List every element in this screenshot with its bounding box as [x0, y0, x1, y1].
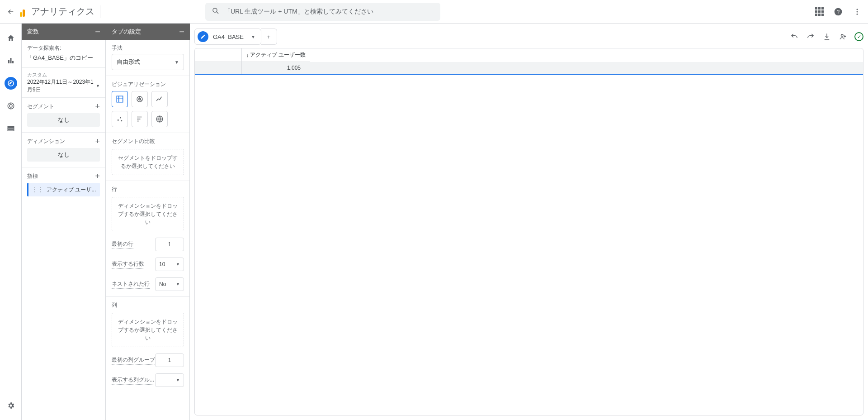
dimensions-label: ディメンション: [27, 138, 65, 145]
status-ok-icon: ✓: [854, 32, 863, 41]
nav-configure-icon[interactable]: [5, 122, 17, 135]
app-title: アナリティクス: [31, 5, 94, 18]
show-col-groups-select[interactable]: ▼: [155, 373, 184, 387]
divider: [100, 5, 100, 18]
nav-home-icon[interactable]: [5, 32, 17, 44]
segment-compare-dropzone[interactable]: セグメントをドロップするか選択してください: [112, 149, 184, 175]
svg-point-11: [9, 105, 12, 107]
viz-table-icon[interactable]: [112, 91, 128, 107]
tab-settings-title: タブの設定: [112, 28, 141, 36]
exploration-name-value[interactable]: 「GA4_BASE」のコピー: [27, 54, 100, 62]
variables-panel-header: 変数 −: [22, 24, 106, 40]
svg-point-22: [841, 34, 844, 37]
svg-rect-14: [8, 130, 14, 131]
segments-none: なし: [27, 113, 100, 127]
nav-reports-icon[interactable]: [5, 54, 17, 67]
svg-rect-15: [117, 96, 123, 102]
add-tab-button[interactable]: +: [261, 29, 277, 45]
technique-select[interactable]: 自由形式 ▼: [112, 54, 184, 70]
svg-rect-12: [8, 127, 14, 128]
search-placeholder: 「URL 生成ツール + UTM」と検索してみてください: [224, 8, 373, 16]
svg-point-18: [118, 119, 119, 121]
show-rows-label: 表示する行数: [112, 260, 144, 269]
chevron-down-icon: ▼: [176, 282, 180, 286]
first-row-input[interactable]: 1: [155, 238, 184, 251]
metrics-label: 指標: [27, 172, 38, 180]
segment-compare-label: セグメントの比較: [112, 138, 184, 145]
exploration-name-label: データ探索名:: [27, 44, 100, 52]
search-icon: [212, 7, 220, 16]
viz-geo-icon[interactable]: [151, 111, 168, 127]
first-row-label: 最初の行: [112, 240, 133, 249]
svg-rect-13: [8, 128, 14, 129]
help-icon[interactable]: ?: [833, 6, 844, 17]
svg-point-3: [857, 9, 858, 10]
collapse-tab-settings-icon[interactable]: −: [179, 27, 184, 36]
viz-bar-icon[interactable]: [132, 111, 148, 127]
table-column-header[interactable]: ↓ アクティブ ユーザー数: [242, 48, 310, 62]
nav-advertising-icon[interactable]: [5, 100, 17, 112]
back-arrow-icon[interactable]: [5, 6, 16, 17]
download-icon[interactable]: [822, 32, 832, 42]
svg-rect-8: [12, 61, 14, 63]
undo-icon[interactable]: [789, 32, 799, 42]
nav-rail: [0, 24, 22, 420]
edit-tab-icon: [198, 31, 208, 42]
viz-scatter-icon[interactable]: [112, 111, 128, 127]
data-table: ↓ アクティブ ユーザー数 1,005: [194, 48, 863, 415]
top-header: アナリティクス 「URL 生成ツール + UTM」と検索してみてください ?: [0, 0, 868, 24]
rows-dropzone[interactable]: ディメンションをドロップするか選択してください: [112, 197, 184, 231]
add-metric-button[interactable]: +: [95, 172, 100, 180]
drag-handle-icon: ⋮⋮: [32, 186, 44, 193]
variables-panel-title: 変数: [27, 28, 39, 36]
metric-chip-label: アクティブ ユーザ...: [47, 186, 96, 194]
nav-explore-icon[interactable]: [5, 77, 17, 90]
sort-desc-icon: ↓: [246, 52, 249, 58]
nested-rows-select[interactable]: No▼: [155, 277, 184, 291]
nav-admin-icon[interactable]: [5, 399, 17, 412]
share-icon[interactable]: [838, 32, 848, 42]
date-range-value: 2022年12月11日～2023年1月9日: [27, 78, 96, 94]
svg-point-4: [857, 11, 858, 12]
search-input[interactable]: 「URL 生成ツール + UTM」と検索してみてください: [205, 3, 440, 21]
show-rows-select[interactable]: 10▼: [155, 258, 184, 271]
exploration-tab[interactable]: GA4_BASE ▼: [194, 29, 261, 45]
segments-label: セグメント: [27, 103, 54, 110]
apps-icon[interactable]: [814, 6, 825, 17]
analytics-logo: [20, 7, 28, 17]
table-corner-cell: [195, 48, 242, 62]
technique-value: 自由形式: [117, 58, 140, 66]
svg-point-20: [121, 120, 122, 121]
date-custom-label: カスタム: [27, 72, 100, 78]
tab-menu-chevron-icon[interactable]: ▼: [248, 33, 258, 41]
viz-line-icon[interactable]: [151, 91, 168, 107]
svg-text:?: ?: [837, 9, 840, 14]
svg-point-5: [857, 13, 858, 14]
metric-chip-active-users[interactable]: ⋮⋮ アクティブ ユーザ...: [27, 183, 100, 196]
canvas-area: GA4_BASE ▼ + ✓ ↓ アクティブ ユーザー数: [190, 24, 868, 420]
cols-dropzone[interactable]: ディメンションをドロップするか選択してください: [112, 313, 184, 347]
svg-point-0: [213, 8, 217, 12]
chevron-down-icon: ▼: [176, 262, 180, 267]
svg-point-19: [120, 117, 121, 119]
add-segment-button[interactable]: +: [95, 102, 100, 110]
table-total-value: 1,005: [242, 62, 305, 74]
chevron-down-icon: ▼: [176, 378, 180, 382]
table-total-label-cell: [195, 62, 242, 74]
chevron-down-icon: ▼: [96, 84, 100, 88]
tab-settings-panel: タブの設定 − 手法 自由形式 ▼ ビジュアリゼーション: [106, 24, 190, 420]
nested-rows-label: ネストされた行: [112, 280, 150, 289]
svg-rect-7: [10, 58, 11, 63]
viz-donut-icon[interactable]: [132, 91, 148, 107]
first-col-group-input[interactable]: 1: [155, 353, 184, 367]
more-icon[interactable]: [852, 6, 863, 17]
collapse-variables-icon[interactable]: −: [95, 27, 100, 36]
redo-icon[interactable]: [806, 32, 816, 42]
show-col-groups-label: 表示する列グル...: [112, 376, 154, 385]
technique-label: 手法: [112, 44, 184, 52]
add-dimension-button[interactable]: +: [95, 137, 100, 145]
tab-settings-header: タブの設定 −: [106, 24, 190, 40]
date-range-picker[interactable]: 2022年12月11日～2023年1月9日 ▼: [27, 78, 100, 94]
cols-label: 列: [112, 301, 184, 309]
rows-label: 行: [112, 186, 184, 193]
